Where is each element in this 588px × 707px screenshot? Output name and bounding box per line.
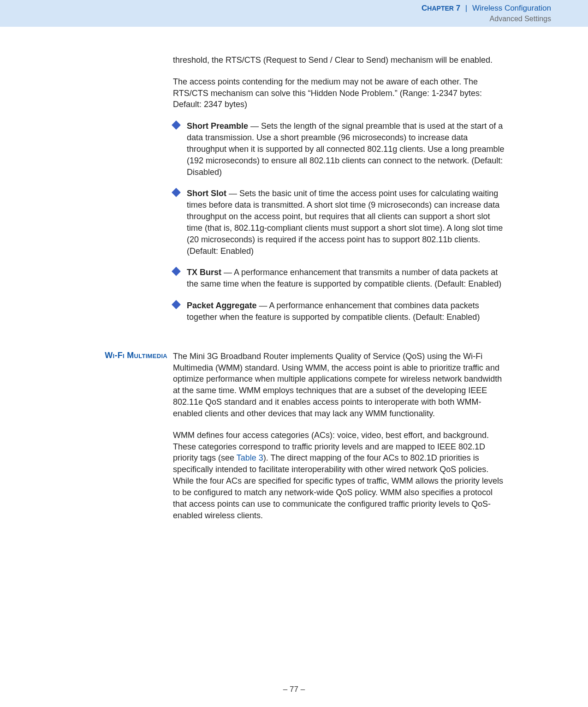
section-heading: Wi-Fi Multimedia (105, 351, 167, 360)
diamond-bullet-icon (172, 120, 181, 130)
bullet-definition: — Sets the basic unit of time the access… (187, 189, 503, 255)
left-margin-column (60, 54, 173, 333)
bullet-term: Short Preamble (187, 121, 248, 131)
bullet-short-slot: Short Slot — Sets the basic unit of time… (173, 188, 505, 257)
diamond-bullet-icon (172, 300, 181, 309)
wifi-multimedia-section: Wi-Fi Multimedia The Mini 3G Broadband R… (0, 351, 588, 532)
page-header: CHAPTER 7 | Wireless Configuration Advan… (0, 0, 588, 27)
bullet-definition: — A performance enhancement that transmi… (187, 268, 501, 288)
chapter-subtitle: Advanced Settings (0, 15, 551, 23)
bullet-term: TX Burst (187, 268, 221, 277)
page-number: – 77 – (283, 685, 305, 694)
bullet-packet-aggregate: Packet Aggregate — A performance enhance… (173, 300, 505, 323)
chapter-title: Wireless Configuration (472, 4, 551, 12)
page-footer: – 77 – (0, 685, 588, 694)
bullet-tx-burst: TX Burst — A performance enhancement tha… (173, 267, 505, 290)
bullet-text: Short Slot — Sets the basic unit of time… (187, 188, 505, 257)
bullet-text: Packet Aggregate — A performance enhance… (187, 300, 505, 323)
page-content: threshold, the RTS/CTS (Request to Send … (0, 27, 588, 333)
table-link[interactable]: Table 3 (237, 453, 263, 462)
chapter-label: CHAPTER 7 (422, 4, 463, 12)
bullet-term: Packet Aggregate (187, 301, 256, 310)
bullet-text: Short Preamble — Sets the length of the … (187, 120, 505, 178)
separator: | (465, 4, 467, 12)
intro-paragraph-1: threshold, the RTS/CTS (Request to Send … (173, 54, 505, 66)
paragraph-text-post: ). The direct mapping of the four ACs to… (173, 453, 503, 520)
intro-paragraph-2: The access points contending for the med… (173, 76, 505, 110)
bullet-short-preamble: Short Preamble — Sets the length of the … (173, 120, 505, 178)
section-paragraph-1: The Mini 3G Broadband Router implements … (173, 351, 505, 419)
section-body-column: The Mini 3G Broadband Router implements … (173, 351, 505, 532)
main-text-column: threshold, the RTS/CTS (Request to Send … (173, 54, 505, 333)
diamond-bullet-icon (172, 188, 181, 198)
section-heading-column: Wi-Fi Multimedia (60, 351, 173, 532)
bullet-text: TX Burst — A performance enhancement tha… (187, 267, 505, 290)
chapter-number: 7 (456, 4, 460, 12)
chapter-rest: HAPTER (427, 5, 454, 12)
diamond-bullet-icon (172, 267, 181, 276)
chapter-prefix: C (422, 4, 427, 12)
section-paragraph-2: WMM defines four access categories (ACs)… (173, 430, 505, 521)
bullet-term: Short Slot (187, 189, 226, 198)
